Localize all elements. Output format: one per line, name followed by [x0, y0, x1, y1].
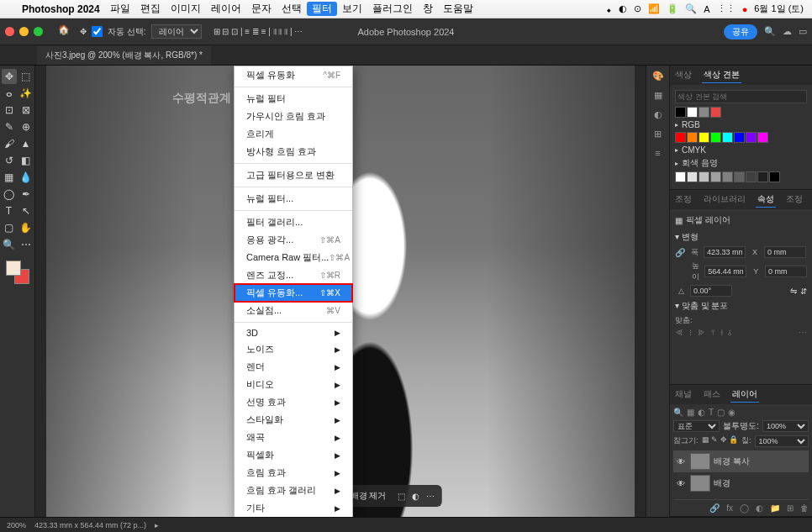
- angle-input[interactable]: [690, 285, 732, 297]
- swatch[interactable]: [746, 132, 757, 143]
- status-arrow-icon[interactable]: ▸: [155, 521, 159, 529]
- filter-menu-item[interactable]: 픽셀화▶: [235, 446, 352, 464]
- menubar-control-icon[interactable]: ⋮⋮: [717, 3, 736, 14]
- filter-menu-item[interactable]: 뉴럴 필터...: [235, 190, 352, 208]
- visibility-icon[interactable]: 👁: [675, 479, 687, 488]
- swatch[interactable]: [687, 132, 698, 143]
- menu-view[interactable]: 보기: [337, 2, 367, 16]
- swatch[interactable]: [722, 171, 733, 182]
- filter-menu-item[interactable]: Camera Raw 필터...⇧⌘A: [235, 249, 352, 266]
- y-input[interactable]: [765, 266, 807, 277]
- auto-select-dropdown[interactable]: 레이어: [151, 24, 202, 39]
- home-icon[interactable]: 🏠: [58, 24, 73, 40]
- menubar-language-icon[interactable]: A: [704, 4, 709, 14]
- height-input[interactable]: [704, 266, 746, 277]
- filter-menu-item[interactable]: 픽셀 유동화...⇧⌘X: [235, 284, 352, 302]
- swatch[interactable]: [710, 171, 721, 182]
- filter-menu-item[interactable]: 기타▶: [235, 499, 352, 517]
- panel-icon[interactable]: ⊞: [654, 129, 662, 140]
- swatch[interactable]: [734, 171, 745, 182]
- fg-color-chip[interactable]: [6, 261, 21, 276]
- tab-properties[interactable]: 속성: [756, 192, 776, 208]
- swatch[interactable]: [699, 171, 709, 182]
- ctx-adjust-icon[interactable]: ◐: [412, 492, 419, 501]
- search-icon[interactable]: 🔍: [764, 26, 776, 37]
- swatch[interactable]: [710, 132, 721, 143]
- menubar-icon[interactable]: ◐: [619, 3, 627, 14]
- fill-select[interactable]: 100%: [755, 435, 809, 447]
- menu-filter[interactable]: 필터: [307, 2, 337, 16]
- layer-adjust-icon[interactable]: ◐: [756, 503, 763, 513]
- filter-menu-item[interactable]: 가우시안 흐림 효과: [235, 108, 352, 125]
- align-more-icon[interactable]: ⋯: [799, 328, 807, 338]
- workspace-icon[interactable]: ▭: [799, 26, 807, 37]
- align-section[interactable]: ▾ 맞춤 및 분포: [675, 300, 807, 312]
- menubar-icon[interactable]: ⊙: [634, 3, 641, 14]
- crop-tool[interactable]: ⊡: [2, 103, 17, 118]
- filter-menu-item[interactable]: 고급 필터용으로 변환: [235, 166, 352, 184]
- filter-menu-item[interactable]: 픽셀 유동화^⌘F: [235, 66, 352, 84]
- swatch[interactable]: [675, 107, 686, 118]
- tab-channels[interactable]: 채널: [673, 387, 693, 403]
- tab-layers[interactable]: 레이어: [730, 387, 759, 403]
- swatch[interactable]: [757, 132, 768, 143]
- opacity-select[interactable]: 100%: [762, 420, 809, 432]
- stamp-tool[interactable]: ▲: [18, 136, 34, 151]
- zoom-level[interactable]: 200%: [7, 521, 26, 529]
- cloud-icon[interactable]: ☁: [783, 26, 792, 37]
- hand-tool[interactable]: ✋: [18, 220, 34, 235]
- ctx-more-icon[interactable]: ⋯: [426, 492, 435, 501]
- flip-h-icon[interactable]: ⇋: [790, 287, 797, 296]
- menu-help[interactable]: 도움말: [438, 2, 478, 16]
- layer-link-icon[interactable]: 🔗: [709, 503, 720, 513]
- lock-icons[interactable]: ▦ ✎ ✥ 🔒: [702, 435, 739, 447]
- filter-smart-icon[interactable]: ◉: [728, 408, 736, 417]
- swatch[interactable]: [734, 132, 745, 143]
- filter-kind-icon[interactable]: 🔍: [673, 408, 683, 417]
- transform-section[interactable]: ▾ 변형: [675, 231, 807, 243]
- swatch-search-input[interactable]: [675, 90, 807, 103]
- align-bottom-icon[interactable]: ⫰: [728, 328, 732, 338]
- marquee-tool[interactable]: ⬚: [18, 69, 34, 84]
- layer-thumbnail[interactable]: [690, 475, 710, 492]
- layer-folder-icon[interactable]: 📁: [770, 503, 780, 513]
- shape-tool[interactable]: ▢: [2, 220, 17, 235]
- panel-icon[interactable]: ≡: [655, 148, 660, 158]
- align-right-icon[interactable]: ⫸: [698, 328, 706, 338]
- menubar-search-icon[interactable]: 🔍: [685, 3, 697, 14]
- layer-delete-icon[interactable]: 🗑: [800, 503, 809, 513]
- move-tool[interactable]: ✥: [2, 69, 17, 84]
- visibility-icon[interactable]: 👁: [675, 457, 687, 466]
- blend-mode-select[interactable]: 표준: [673, 420, 720, 432]
- window-maximize-button[interactable]: [34, 27, 43, 36]
- flip-v-icon[interactable]: ⇵: [800, 287, 807, 296]
- align-center-icon[interactable]: ⫶: [688, 328, 693, 338]
- tab-swatches[interactable]: 색상 견본: [702, 67, 741, 83]
- tab-adjust2[interactable]: 조정: [784, 192, 804, 208]
- filter-type-icon[interactable]: T: [709, 408, 714, 417]
- menu-window[interactable]: 창: [418, 2, 438, 16]
- share-button[interactable]: 공유: [724, 24, 757, 40]
- swatch-folder-rgb[interactable]: RGB: [675, 120, 807, 129]
- swatch[interactable]: [699, 107, 709, 118]
- filter-menu-item[interactable]: 흐리게: [235, 125, 352, 143]
- swatch-folder-gray[interactable]: 회색 음영: [675, 157, 807, 169]
- filter-adjust-icon[interactable]: ◐: [698, 408, 705, 417]
- swatch[interactable]: [769, 171, 780, 182]
- zoom-tool[interactable]: 🔍: [2, 237, 17, 252]
- filter-menu-item[interactable]: 방사형 흐림 효과: [235, 143, 352, 161]
- layer-new-icon[interactable]: ⊞: [787, 503, 794, 513]
- swatch[interactable]: [757, 171, 768, 182]
- filter-menu-item[interactable]: 비디오▶: [235, 376, 352, 393]
- link-icon[interactable]: 🔗: [675, 248, 685, 257]
- color-chips[interactable]: [6, 261, 29, 284]
- panel-icon[interactable]: ◐: [654, 109, 662, 120]
- tab-paths[interactable]: 패스: [702, 387, 722, 403]
- menu-type[interactable]: 문자: [246, 2, 277, 16]
- filter-menu-item[interactable]: 응용 광각...⇧⌘A: [235, 231, 352, 249]
- swatch[interactable]: [746, 171, 757, 182]
- type-tool[interactable]: T: [2, 203, 17, 219]
- brush-tool[interactable]: 🖌: [2, 136, 17, 151]
- pen-tool[interactable]: ✒: [18, 187, 34, 202]
- blur-tool[interactable]: 💧: [18, 170, 34, 185]
